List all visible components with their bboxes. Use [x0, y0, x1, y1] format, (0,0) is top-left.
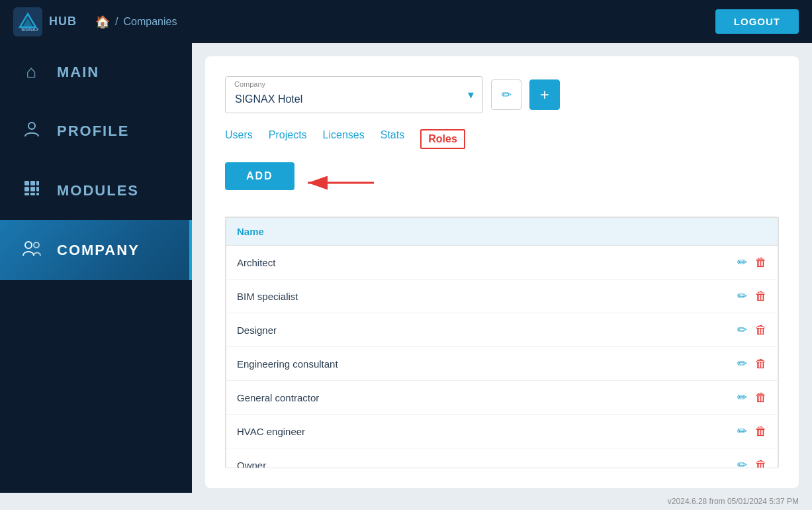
delete-role-icon[interactable]: 🗑: [755, 323, 767, 337]
delete-role-icon[interactable]: 🗑: [755, 289, 767, 303]
add-role-button[interactable]: ADD: [225, 162, 294, 190]
sidebar: ⌂ MAIN PROFILE: [0, 43, 192, 493]
table-row: BIM specialist ✏ 🗑: [226, 280, 778, 313]
svg-rect-9: [30, 193, 35, 195]
svg-point-11: [25, 242, 32, 248]
profile-icon: [21, 119, 42, 142]
svg-text:SIGNAX: SIGNAX: [21, 27, 38, 32]
logo-icon: SIGNAX: [13, 7, 42, 36]
role-name-cell: General contractor: [226, 381, 712, 415]
svg-point-1: [28, 123, 35, 129]
table-row: Architect ✏ 🗑: [226, 246, 778, 280]
tab-users[interactable]: Users: [225, 129, 253, 149]
home-icon: ⌂: [21, 62, 42, 82]
sidebar-item-profile[interactable]: PROFILE: [0, 101, 192, 161]
action-cell: ✏ 🗑: [712, 347, 778, 381]
arrow-annotation: [294, 166, 381, 199]
tab-licenses[interactable]: Licenses: [323, 129, 365, 149]
company-selector-wrapper: Company SIGNAX Hotel ▾: [225, 76, 483, 113]
breadcrumb-separator: /: [115, 16, 118, 28]
delete-role-icon[interactable]: 🗑: [755, 458, 767, 469]
action-cell: ✏ 🗑: [712, 246, 778, 280]
svg-rect-6: [30, 187, 35, 191]
svg-rect-2: [24, 181, 29, 185]
pencil-icon: ✏: [502, 87, 512, 102]
version-text: v2024.6.28 from 05/01/2024 5:37 PM: [668, 497, 799, 506]
tab-projects[interactable]: Projects: [269, 129, 307, 149]
sidebar-item-label: MODULES: [57, 182, 139, 199]
table-row: Owner ✏ 🗑: [226, 448, 778, 469]
footer: v2024.6.28 from 05/01/2024 5:37 PM: [0, 493, 812, 510]
navbar-right: LOGOUT: [715, 9, 799, 34]
role-name-cell: Owner: [226, 448, 712, 469]
action-cell: ✏ 🗑: [712, 280, 778, 313]
edit-role-icon[interactable]: ✏: [737, 356, 747, 371]
tab-roles[interactable]: Roles: [420, 129, 465, 149]
main-card: Company SIGNAX Hotel ▾ ✏ + Users Project…: [205, 56, 799, 488]
logo: SIGNAX HUB: [13, 7, 77, 36]
edit-role-icon[interactable]: ✏: [737, 255, 747, 270]
roles-table: Name Architect ✏ 🗑 BIM specialist ✏: [226, 217, 778, 468]
sidebar-item-company[interactable]: COMPANY: [0, 220, 192, 280]
role-name-cell: BIM specialist: [226, 280, 712, 313]
breadcrumb: 🏠 / Companies: [95, 15, 177, 29]
svg-rect-7: [36, 187, 39, 191]
action-cell: ✏ 🗑: [712, 415, 778, 448]
add-company-button[interactable]: +: [529, 79, 560, 110]
table-row: HVAC engineer ✏ 🗑: [226, 415, 778, 448]
home-icon[interactable]: 🏠: [95, 15, 110, 29]
sidebar-item-label: COMPANY: [57, 242, 140, 259]
plus-icon: +: [540, 85, 549, 104]
delete-role-icon[interactable]: 🗑: [755, 357, 767, 371]
action-cell: ✏ 🗑: [712, 381, 778, 415]
svg-rect-5: [24, 187, 29, 191]
delete-role-icon[interactable]: 🗑: [755, 256, 767, 270]
role-name-cell: Architect: [226, 246, 712, 280]
delete-role-icon[interactable]: 🗑: [755, 425, 767, 438]
main-layout: ⌂ MAIN PROFILE: [0, 43, 812, 493]
sidebar-item-label: MAIN: [57, 64, 99, 81]
svg-rect-10: [36, 193, 39, 195]
sidebar-item-label: PROFILE: [57, 123, 129, 140]
company-icon: [21, 238, 42, 262]
logout-button[interactable]: LOGOUT: [715, 9, 799, 34]
navbar: SIGNAX HUB 🏠 / Companies LOGOUT: [0, 0, 812, 43]
svg-point-12: [34, 242, 39, 248]
column-header-actions: [712, 218, 778, 246]
tab-stats[interactable]: Stats: [381, 129, 404, 149]
action-cell: ✏ 🗑: [712, 313, 778, 347]
edit-company-button[interactable]: ✏: [491, 79, 521, 110]
edit-role-icon[interactable]: ✏: [737, 323, 747, 337]
selector-row: Company SIGNAX Hotel ▾ ✏ +: [225, 76, 779, 113]
column-header-name: Name: [226, 218, 712, 246]
svg-rect-8: [24, 193, 29, 195]
role-name-cell: Engineering consultant: [226, 347, 712, 381]
company-select-label: Company: [234, 80, 265, 88]
table-row: Engineering consultant ✏ 🗑: [226, 347, 778, 381]
content-area: Company SIGNAX Hotel ▾ ✏ + Users Project…: [192, 43, 812, 493]
role-name-cell: Designer: [226, 313, 712, 347]
edit-role-icon[interactable]: ✏: [737, 458, 747, 468]
sidebar-item-modules[interactable]: MODULES: [0, 161, 192, 220]
table-header-row: Name: [226, 218, 778, 246]
table-row: General contractor ✏ 🗑: [226, 381, 778, 415]
roles-table-container: Name Architect ✏ 🗑 BIM specialist ✏: [225, 217, 779, 468]
delete-role-icon[interactable]: 🗑: [755, 391, 767, 405]
table-row: Designer ✏ 🗑: [226, 313, 778, 347]
action-cell: ✏ 🗑: [712, 448, 778, 469]
hub-label: HUB: [49, 15, 77, 28]
edit-role-icon[interactable]: ✏: [737, 424, 747, 438]
edit-role-icon[interactable]: ✏: [737, 390, 747, 405]
breadcrumb-current: Companies: [123, 16, 177, 28]
add-button-section: ADD: [225, 162, 294, 203]
svg-rect-3: [30, 181, 35, 185]
role-name-cell: HVAC engineer: [226, 415, 712, 448]
edit-role-icon[interactable]: ✏: [737, 289, 747, 303]
svg-rect-4: [36, 181, 39, 185]
sidebar-item-main[interactable]: ⌂ MAIN: [0, 43, 192, 101]
modules-icon: [21, 179, 42, 201]
tabs: Users Projects Licenses Stats Roles: [225, 129, 779, 149]
